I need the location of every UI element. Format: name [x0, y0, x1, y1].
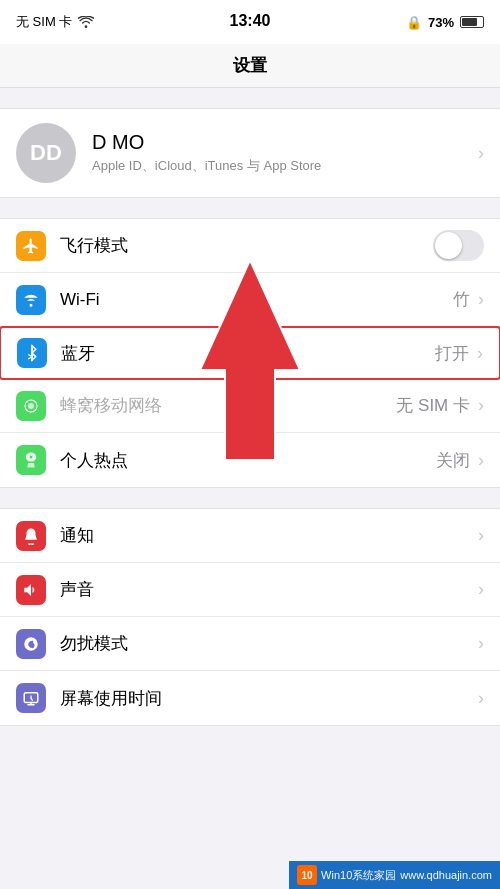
- profile-name: D MO: [92, 131, 478, 154]
- cellular-chevron: ›: [478, 395, 484, 416]
- screentime-chevron: ›: [478, 688, 484, 709]
- profile-section[interactable]: DD D MO Apple ID、iCloud、iTunes 与 App Sto…: [0, 108, 500, 198]
- airplane-mode-item[interactable]: 飞行模式: [0, 219, 500, 273]
- status-bar: 无 SIM 卡 13:40 🔒 73%: [0, 0, 500, 44]
- donotdisturb-icon: [16, 629, 46, 659]
- sound-icon: [16, 575, 46, 605]
- battery-icon: [460, 16, 484, 28]
- profile-info: D MO Apple ID、iCloud、iTunes 与 App Store: [92, 131, 478, 175]
- svg-point-1: [28, 403, 34, 409]
- donotdisturb-label: 勿扰模式: [60, 632, 478, 655]
- battery-percent: 73%: [428, 15, 454, 30]
- profile-chevron: ›: [478, 143, 484, 164]
- profile-subtitle: Apple ID、iCloud、iTunes 与 App Store: [92, 157, 478, 175]
- notification-item[interactable]: 通知 ›: [0, 509, 500, 563]
- wifi-icon: [78, 16, 94, 28]
- page-title: 设置: [233, 54, 267, 77]
- status-carrier: 无 SIM 卡: [16, 13, 94, 31]
- bluetooth-chevron: ›: [477, 343, 483, 364]
- svg-point-2: [30, 456, 33, 459]
- wifi-chevron: ›: [478, 289, 484, 310]
- watermark-logo: 10: [297, 865, 317, 885]
- wifi-label: Wi-Fi: [60, 290, 453, 310]
- screentime-label: 屏幕使用时间: [60, 687, 478, 710]
- hotspot-chevron: ›: [478, 450, 484, 471]
- sound-chevron: ›: [478, 579, 484, 600]
- cellular-value: 无 SIM 卡: [396, 394, 470, 417]
- cellular-label: 蜂窝移动网络: [60, 394, 396, 417]
- screentime-icon: [16, 683, 46, 713]
- sound-label: 声音: [60, 578, 478, 601]
- screentime-item[interactable]: 屏幕使用时间 ›: [0, 671, 500, 725]
- cellular-icon: [16, 391, 46, 421]
- bluetooth-icon: [17, 338, 47, 368]
- donotdisturb-item[interactable]: 勿扰模式 ›: [0, 617, 500, 671]
- bluetooth-item[interactable]: 蓝牙 打开 ›: [0, 326, 500, 380]
- airplane-toggle[interactable]: [433, 230, 484, 261]
- cellular-item[interactable]: 蜂窝移动网络 无 SIM 卡 ›: [0, 379, 500, 433]
- notification-chevron: ›: [478, 525, 484, 546]
- watermark: 10 Win10系统家园 www.qdhuajin.com: [289, 861, 500, 889]
- bluetooth-label: 蓝牙: [61, 342, 435, 365]
- wifi-settings-icon: [16, 285, 46, 315]
- sound-item[interactable]: 声音 ›: [0, 563, 500, 617]
- watermark-url: www.qdhuajin.com: [400, 869, 492, 881]
- lock-icon: 🔒: [406, 15, 422, 30]
- hotspot-label: 个人热点: [60, 449, 436, 472]
- watermark-text: Win10系统家园: [321, 868, 396, 883]
- hotspot-value: 关闭: [436, 449, 470, 472]
- wifi-item[interactable]: Wi-Fi 竹 ›: [0, 273, 500, 327]
- status-time: 13:40: [230, 12, 271, 30]
- notification-label: 通知: [60, 524, 478, 547]
- nav-bar: 设置: [0, 44, 500, 88]
- system-group: 通知 › 声音 › 勿扰模式 › 屏幕使用时间 ›: [0, 508, 500, 726]
- carrier-text: 无 SIM 卡: [16, 13, 72, 31]
- airplane-icon: [16, 231, 46, 261]
- airplane-label: 飞行模式: [60, 234, 433, 257]
- hotspot-item[interactable]: 个人热点 关闭 ›: [0, 433, 500, 487]
- bluetooth-value: 打开: [435, 342, 469, 365]
- avatar: DD: [16, 123, 76, 183]
- connectivity-group: 飞行模式 Wi-Fi 竹 › 蓝牙 打开 › 蜂窝移动网络 无 SIM 卡 ›: [0, 218, 500, 488]
- notification-icon: [16, 521, 46, 551]
- hotspot-icon: [16, 445, 46, 475]
- donotdisturb-chevron: ›: [478, 633, 484, 654]
- wifi-value: 竹: [453, 288, 470, 311]
- status-right: 🔒 73%: [406, 15, 484, 30]
